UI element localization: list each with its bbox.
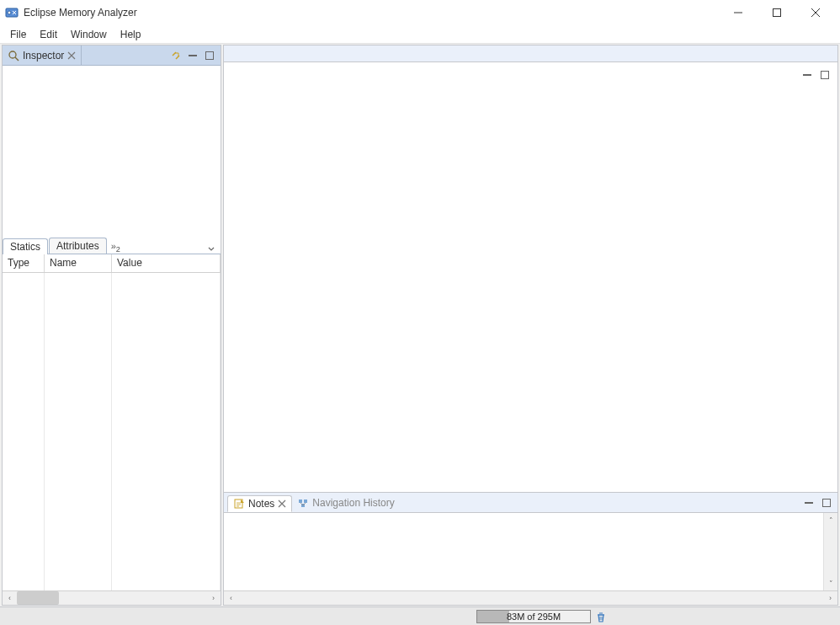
minimize-icon[interactable]	[207, 245, 221, 254]
history-icon	[297, 497, 309, 509]
scroll-left-arrow[interactable]: ‹	[3, 591, 17, 606]
maximize-view-button[interactable]	[202, 48, 217, 63]
svg-point-3	[9, 51, 16, 58]
hscrollbar[interactable]: ‹ ›	[224, 590, 837, 605]
scroll-up-arrow[interactable]: ˄	[824, 513, 837, 527]
menubar: File Edit Window Help	[0, 25, 840, 44]
scroll-right-arrow[interactable]: ›	[206, 591, 221, 606]
tabs-overflow-button[interactable]: »2	[108, 241, 124, 254]
minimize-editor-button[interactable]	[800, 67, 815, 83]
inspector-tab-label: Inspector	[23, 50, 64, 61]
menu-edit[interactable]: Edit	[33, 27, 64, 42]
column-type[interactable]: Type	[3, 254, 45, 272]
right-area: Notes Navigation History	[223, 45, 838, 606]
maximize-button[interactable]	[758, 0, 796, 25]
inspector-tabbar: Inspector	[3, 45, 221, 66]
menu-file[interactable]: File	[3, 27, 33, 42]
svg-rect-12	[805, 502, 813, 504]
svg-rect-7	[821, 72, 829, 79]
column-value[interactable]: Value	[112, 254, 221, 272]
close-icon[interactable]	[278, 499, 286, 508]
tab-notes[interactable]: Notes	[227, 495, 292, 512]
bottom-panel: Notes Navigation History	[223, 493, 838, 606]
column-name[interactable]: Name	[45, 254, 112, 272]
close-icon[interactable]	[67, 51, 76, 60]
scroll-down-arrow[interactable]: ˅	[824, 576, 837, 590]
heap-bar[interactable]: 83M of 295M	[476, 610, 591, 623]
window-title: Eclipse Memory Analyzer	[24, 7, 137, 19]
svg-rect-2	[774, 9, 781, 17]
svg-rect-4	[189, 55, 197, 56]
inspector-panel: Inspector	[2, 45, 221, 606]
vscroll-track[interactable]	[824, 527, 837, 576]
titlebar: Eclipse Memory Analyzer	[0, 0, 840, 25]
editor-mini-toolbar	[800, 67, 832, 83]
minimize-view-button[interactable]	[801, 495, 816, 510]
svg-rect-13	[823, 499, 831, 506]
maximize-editor-button[interactable]	[817, 67, 832, 83]
scroll-left-arrow[interactable]: ‹	[224, 591, 238, 606]
menu-help[interactable]: Help	[114, 27, 148, 42]
heap-indicator: 83M of 295M	[463, 610, 840, 623]
notes-icon	[233, 498, 245, 510]
svg-rect-5	[206, 51, 214, 59]
inspector-tab[interactable]: Inspector	[3, 45, 82, 65]
notes-body[interactable]: ˄ ˅ ‹ ›	[224, 513, 837, 605]
nav-history-tab-label: Navigation History	[312, 497, 394, 509]
link-selection-button[interactable]	[168, 48, 183, 63]
tab-attributes[interactable]: Attributes	[49, 238, 107, 254]
scroll-right-arrow[interactable]: ›	[823, 591, 837, 606]
inspector-content	[3, 66, 221, 236]
statusbar: 83M of 295M	[0, 606, 840, 625]
minimize-button[interactable]	[719, 0, 758, 25]
scroll-thumb[interactable]	[17, 591, 59, 605]
tab-statics[interactable]: Statics	[3, 238, 48, 254]
svg-point-1	[8, 11, 11, 14]
hscrollbar[interactable]: ‹ ›	[3, 590, 221, 605]
scroll-track[interactable]	[17, 591, 206, 605]
hscroll-track[interactable]	[238, 591, 823, 605]
bottom-tabbar: Notes Navigation History	[224, 493, 837, 513]
inspector-toolbar	[168, 45, 221, 65]
close-button[interactable]	[796, 0, 835, 25]
editor-area	[223, 61, 838, 493]
run-gc-button[interactable]	[594, 610, 608, 623]
maximize-view-button[interactable]	[819, 495, 834, 510]
notes-tab-label: Notes	[248, 498, 274, 510]
svg-rect-6	[803, 74, 811, 76]
vscrollbar[interactable]: ˄ ˅	[823, 513, 837, 590]
menu-window[interactable]: Window	[64, 27, 114, 42]
workspace: Inspector	[0, 44, 840, 606]
properties-table-header: Type Name Value	[3, 254, 221, 273]
svg-rect-10	[304, 499, 307, 503]
bottom-toolbar	[801, 495, 834, 510]
heap-text: 83M of 295M	[477, 611, 590, 622]
magnifier-icon	[8, 50, 19, 61]
properties-table-body	[3, 273, 221, 590]
minimize-view-button[interactable]	[185, 48, 200, 63]
svg-rect-9	[299, 499, 302, 503]
tab-navigation-history[interactable]: Navigation History	[292, 495, 399, 510]
properties-tabbar: Statics Attributes »2	[3, 236, 221, 254]
editor-toolbar-strip	[223, 45, 838, 61]
app-icon	[5, 6, 19, 19]
